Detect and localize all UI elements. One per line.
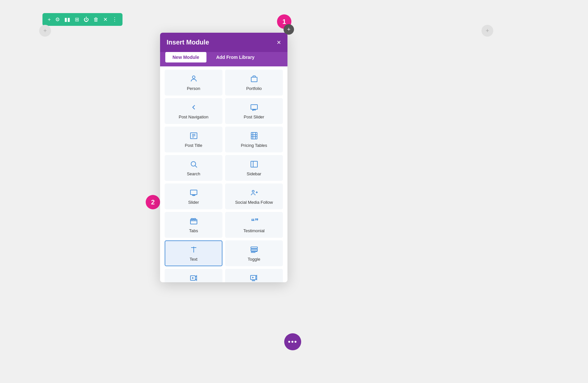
modal-close-button[interactable]: ×: [277, 39, 281, 46]
editor-toolbar[interactable]: + ⚙ ▮▮ ⊞ ⏻ 🗑 ✕ ⋮: [42, 13, 122, 26]
person-icon: [190, 75, 198, 84]
module-item-text[interactable]: Text: [165, 240, 222, 266]
slider-icon: [190, 189, 198, 198]
svg-point-47: [254, 280, 255, 281]
svg-marker-43: [252, 277, 254, 278]
svg-rect-12: [251, 132, 257, 139]
toolbar-clone-icon[interactable]: ▮▮: [64, 16, 70, 23]
dots-icon: •••: [288, 338, 297, 346]
toolbar-delete-icon[interactable]: 🗑: [93, 17, 99, 23]
modal-header: Insert Module ×: [160, 33, 287, 52]
svg-point-46: [253, 280, 254, 281]
social-media-follow-icon: [250, 189, 258, 198]
sidebar-icon: [250, 160, 258, 169]
module-label-testimonial: Testimonial: [243, 228, 265, 233]
plus-button-left[interactable]: +: [39, 25, 51, 37]
toolbar-close-icon[interactable]: ✕: [103, 16, 107, 23]
toolbar-add-icon[interactable]: +: [48, 17, 51, 23]
tab-add-from-library[interactable]: Add From Library: [209, 52, 262, 62]
tabs-icon: [190, 217, 198, 226]
post-title-icon: [190, 132, 198, 141]
svg-rect-34: [251, 247, 257, 249]
toolbar-settings-icon[interactable]: ⚙: [55, 16, 60, 23]
svg-point-0: [192, 76, 195, 78]
svg-marker-39: [195, 276, 197, 280]
module-item-sidebar[interactable]: Sidebar: [225, 155, 283, 181]
module-item-video-slider[interactable]: Video Slider: [225, 269, 283, 282]
modal-title: Insert Module: [167, 39, 209, 46]
video-icon: [190, 274, 198, 282]
post-slider-icon: [250, 103, 258, 113]
svg-point-7: [255, 110, 256, 111]
svg-rect-2: [251, 105, 257, 109]
svg-rect-17: [251, 161, 257, 167]
module-label-search: Search: [187, 171, 200, 176]
pricing-tables-icon: [250, 132, 258, 141]
svg-rect-19: [190, 190, 197, 195]
module-item-toggle[interactable]: Toggle: [225, 240, 283, 266]
bottom-dots-button[interactable]: •••: [284, 333, 301, 350]
toolbar-power-icon[interactable]: ⏻: [84, 17, 89, 23]
module-item-portfolio[interactable]: Portfolio: [225, 70, 283, 96]
module-label-toggle: Toggle: [248, 257, 260, 262]
video-slider-icon: [250, 274, 258, 282]
module-grid: Person Portfolio Post Navigation Post Sl…: [160, 66, 287, 282]
toggle-icon: [250, 246, 258, 255]
module-label-slider: Slider: [188, 200, 199, 205]
tab-new-module[interactable]: New Module: [165, 52, 206, 62]
module-label-person: Person: [187, 86, 200, 91]
plus-icon-right: +: [486, 27, 489, 34]
svg-point-45: [252, 280, 253, 281]
module-item-post-navigation[interactable]: Post Navigation: [165, 98, 222, 124]
portfolio-icon: [250, 75, 258, 84]
insert-module-modal: Insert Module × New Module Add From Libr…: [160, 33, 287, 282]
plus-icon-left: +: [43, 27, 47, 34]
module-label-sidebar: Sidebar: [247, 171, 261, 176]
module-label-post-title: Post Title: [185, 143, 202, 148]
module-item-tabs[interactable]: Tabs: [165, 212, 222, 238]
svg-rect-1: [251, 77, 257, 82]
modal-tabs: New Module Add From Library: [160, 52, 287, 66]
plus-button-right[interactable]: +: [482, 25, 493, 37]
toolbar-grid-icon[interactable]: ⊞: [75, 16, 79, 23]
svg-point-15: [191, 162, 196, 166]
module-label-text: Text: [190, 257, 198, 262]
module-label-tabs: Tabs: [189, 228, 198, 233]
svg-point-23: [193, 195, 194, 196]
module-item-social-media-follow[interactable]: Social Media Follow: [225, 183, 283, 209]
search-icon: [190, 160, 198, 169]
svg-marker-42: [256, 275, 257, 280]
svg-point-22: [192, 195, 193, 196]
module-item-pricing-tables[interactable]: Pricing Tables: [225, 127, 283, 152]
svg-point-6: [254, 110, 254, 111]
module-item-video[interactable]: Video: [165, 269, 222, 282]
module-label-post-slider: Post Slider: [244, 114, 264, 119]
testimonial-icon: ❝❞: [250, 217, 258, 226]
module-item-post-slider[interactable]: Post Slider: [225, 98, 283, 124]
module-label-pricing-tables: Pricing Tables: [241, 143, 267, 148]
modal-top-plus-icon: +: [287, 26, 291, 33]
text-icon: [190, 246, 198, 255]
svg-line-16: [195, 166, 197, 168]
modal-top-plus-button[interactable]: +: [284, 24, 294, 35]
module-item-person[interactable]: Person: [165, 70, 222, 96]
svg-rect-35: [251, 249, 257, 251]
module-item-slider[interactable]: Slider: [165, 183, 222, 209]
module-item-testimonial[interactable]: ❝❞ Testimonial: [225, 212, 283, 238]
module-label-social-media-follow: Social Media Follow: [235, 200, 273, 205]
step-badge-2: 2: [146, 195, 160, 209]
module-item-search[interactable]: Search: [165, 155, 222, 181]
svg-text:❝❞: ❝❞: [251, 217, 258, 225]
svg-point-25: [252, 190, 254, 192]
toolbar-more-icon[interactable]: ⋮: [112, 16, 117, 23]
module-label-post-navigation: Post Navigation: [179, 114, 208, 119]
svg-point-5: [253, 110, 253, 111]
svg-rect-28: [190, 219, 197, 224]
post-navigation-icon: [190, 103, 198, 113]
module-label-portfolio: Portfolio: [246, 86, 262, 91]
module-item-post-title[interactable]: Post Title: [165, 127, 222, 152]
svg-marker-40: [192, 277, 194, 279]
svg-point-24: [194, 195, 195, 196]
